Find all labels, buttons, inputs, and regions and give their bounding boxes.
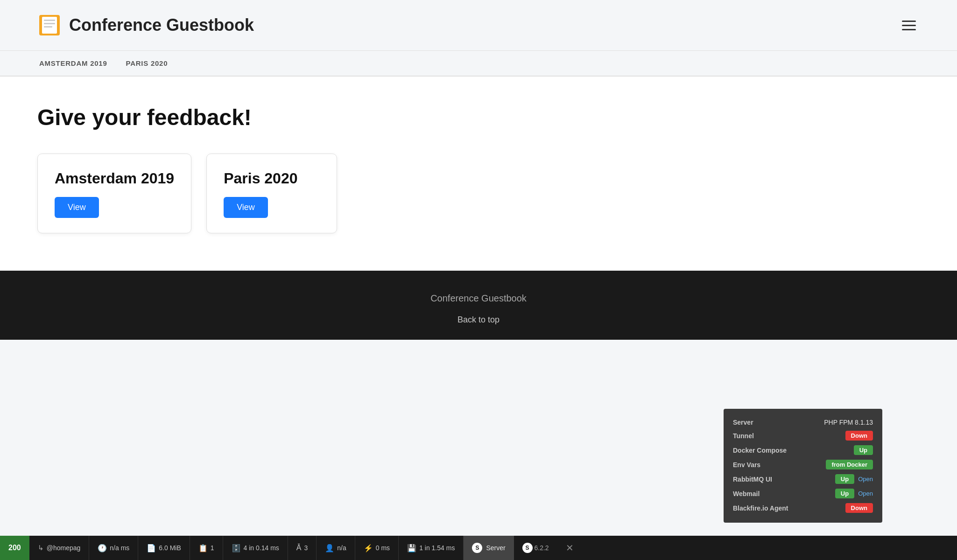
toolbar-route: @homepag [47, 544, 81, 552]
db-icon: 💾 [407, 544, 416, 553]
events-icon: ⚡ [364, 544, 373, 553]
toolbar-redirect: ↳ @homepag [29, 536, 90, 560]
debug-blackfire-badge: Down [845, 503, 873, 513]
debug-webmail-label: Webmail [733, 490, 760, 497]
card-amsterdam-2019: Amsterdam 2019 View [37, 154, 191, 233]
toolbar-events: ⚡ 0 ms [355, 536, 399, 560]
debug-server-row: Server PHP FPM 8.1.13 [733, 416, 873, 428]
clock-icon: 🕐 [98, 544, 107, 553]
toolbar-queries-value: 4 in 0.14 ms [244, 544, 279, 552]
symfony-version-value: 6.2.2 [535, 544, 549, 552]
navigation: AMSTERDAM 2019 PARIS 2020 [0, 51, 957, 77]
app-title: Conference Guestbook [69, 15, 254, 35]
debug-rabbitmq-row: RabbitMQ UI Up Open [733, 472, 873, 486]
debug-toolbar: 200 ↳ @homepag 🕐 n/a ms 📄 6.0 MiB 📋 1 🗄️… [0, 536, 957, 560]
server-button-label: Server [486, 544, 505, 552]
footer-brand: Conference Guestbook [37, 293, 920, 304]
toolbar-profiler: 🕐 n/a ms [89, 536, 138, 560]
toolbar-files-value: 1 [211, 544, 214, 552]
debug-envvars-label: Env Vars [733, 461, 760, 469]
debug-server-label: Server [733, 419, 753, 426]
svg-rect-3 [44, 23, 55, 24]
toolbar-user-value: n/a [337, 544, 346, 552]
toolbar-translations-value: 3 [304, 544, 308, 552]
back-to-top-link[interactable]: Back to top [37, 315, 920, 325]
debug-rabbitmq-open[interactable]: Open [858, 476, 873, 483]
hamburger-menu[interactable] [898, 17, 920, 34]
logo-container: Conference Guestbook [37, 13, 254, 37]
toolbar-translations: Ā 3 [288, 536, 317, 560]
toolbar-close-button[interactable]: ✕ [557, 536, 582, 560]
symfony-version-icon: S [522, 543, 533, 553]
toolbar-symfony-version: S 6.2.2 [514, 536, 557, 560]
toolbar-db: 💾 1 in 1.54 ms [399, 536, 464, 560]
files-icon: 📋 [198, 544, 208, 553]
debug-rabbitmq-label: RabbitMQ UI [733, 476, 772, 483]
view-paris-button[interactable]: View [224, 197, 268, 218]
view-amsterdam-button[interactable]: View [55, 197, 99, 218]
redirect-icon: ↳ [38, 544, 44, 552]
hamburger-line-1 [902, 21, 916, 22]
hamburger-line-3 [902, 29, 916, 30]
debug-webmail-open[interactable]: Open [858, 490, 873, 497]
nav-amsterdam-2019[interactable]: AMSTERDAM 2019 [37, 51, 109, 76]
debug-blackfire-label: Blackfire.io Agent [733, 504, 788, 512]
conference-cards: Amsterdam 2019 View Paris 2020 View [37, 154, 920, 233]
debug-docker-badge: Up [854, 445, 873, 455]
debug-tunnel-badge: Down [845, 431, 873, 441]
toolbar-profiler-value: n/a ms [110, 544, 129, 552]
debug-rabbitmq-value: Up Open [835, 474, 873, 484]
svg-rect-2 [44, 20, 55, 21]
debug-webmail-row: Webmail Up Open [733, 486, 873, 501]
user-icon: 👤 [325, 544, 334, 553]
toolbar-memory: 📄 6.0 MiB [138, 536, 190, 560]
nav-paris-2020[interactable]: PARIS 2020 [124, 51, 170, 76]
memory-icon: 📄 [147, 544, 156, 553]
book-icon [37, 13, 62, 37]
card-paris-title: Paris 2020 [224, 169, 320, 188]
main-content: Give your feedback! Amsterdam 2019 View … [0, 77, 957, 271]
toolbar-queries: 🗄️ 4 in 0.14 ms [223, 536, 288, 560]
debug-tunnel-row: Tunnel Down [733, 428, 873, 443]
page-title: Give your feedback! [37, 105, 920, 130]
debug-envvars-badge: from Docker [826, 460, 873, 469]
symfony-server-icon: S [472, 543, 482, 553]
trans-icon: Ā [296, 544, 302, 552]
toolbar-files: 📋 1 [190, 536, 223, 560]
header: Conference Guestbook [0, 0, 957, 51]
card-amsterdam-title: Amsterdam 2019 [55, 169, 174, 188]
toolbar-events-value: 0 ms [376, 544, 390, 552]
debug-server-value: PHP FPM 8.1.13 [824, 419, 873, 426]
debug-envvars-row: Env Vars from Docker [733, 457, 873, 472]
queries-icon: 🗄️ [232, 544, 241, 553]
server-panel-button[interactable]: S Server [464, 536, 514, 560]
toolbar-db-value: 1 in 1.54 ms [419, 544, 455, 552]
toolbar-user: 👤 n/a [317, 536, 355, 560]
status-code-badge[interactable]: 200 [0, 536, 29, 560]
debug-rabbitmq-badge: Up [835, 474, 854, 484]
debug-docker-row: Docker Compose Up [733, 443, 873, 457]
card-paris-2020: Paris 2020 View [206, 154, 337, 233]
footer: Conference Guestbook Back to top [0, 271, 957, 340]
svg-rect-4 [44, 26, 52, 28]
toolbar-memory-value: 6.0 MiB [159, 544, 181, 552]
hamburger-line-2 [902, 25, 916, 26]
debug-blackfire-row: Blackfire.io Agent Down [733, 501, 873, 515]
debug-webmail-badge: Up [835, 489, 854, 498]
svg-rect-1 [42, 17, 57, 34]
debug-webmail-value: Up Open [835, 489, 873, 498]
debug-tunnel-label: Tunnel [733, 432, 754, 440]
debug-docker-label: Docker Compose [733, 447, 787, 454]
debug-panel: Server PHP FPM 8.1.13 Tunnel Down Docker… [724, 409, 882, 523]
